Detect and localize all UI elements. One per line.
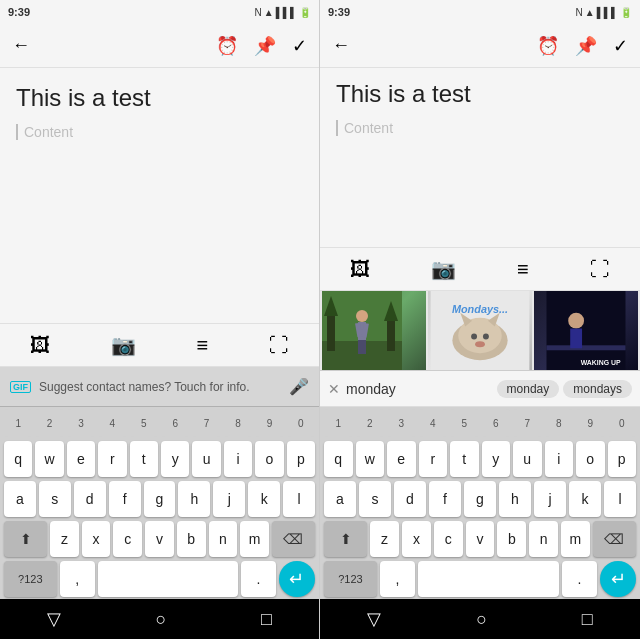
key-q-left[interactable]: q	[4, 441, 32, 477]
key-3-left[interactable]: 3	[67, 409, 95, 437]
key-m-left[interactable]: m	[240, 521, 269, 557]
key-t-left[interactable]: t	[130, 441, 158, 477]
key-d-right[interactable]: d	[394, 481, 426, 517]
mic-icon-left[interactable]: 🎤	[289, 377, 309, 396]
key-m-right[interactable]: m	[561, 521, 590, 557]
key-x-left[interactable]: x	[82, 521, 111, 557]
check-icon-left[interactable]: ✓	[292, 35, 307, 57]
key-j-left[interactable]: j	[213, 481, 245, 517]
key-o-right[interactable]: o	[576, 441, 605, 477]
nav-back-right[interactable]: ▽	[367, 608, 381, 630]
key-enter-left[interactable]: ↵	[279, 561, 315, 597]
key-1-right[interactable]: 1	[324, 409, 353, 437]
key-t-right[interactable]: t	[450, 441, 479, 477]
key-q-right[interactable]: q	[324, 441, 353, 477]
key-v-right[interactable]: v	[466, 521, 495, 557]
key-comma-left[interactable]: ,	[60, 561, 95, 597]
gif-thumb-3[interactable]: WAKING UP	[534, 291, 638, 370]
key-v-left[interactable]: v	[145, 521, 174, 557]
key-0-right[interactable]: 0	[608, 409, 637, 437]
key-period-left[interactable]: .	[241, 561, 276, 597]
gif-thumb-2[interactable]: Mondays...	[428, 291, 532, 370]
nav-recents-right[interactable]: □	[582, 609, 593, 630]
note-title-right[interactable]: This is a test	[336, 80, 624, 108]
key-y-right[interactable]: y	[482, 441, 511, 477]
key-delete-left[interactable]: ⌫	[272, 521, 315, 557]
key-6-left[interactable]: 6	[161, 409, 189, 437]
key-r-right[interactable]: r	[419, 441, 448, 477]
key-1-left[interactable]: 1	[4, 409, 32, 437]
search-clear-icon[interactable]: ✕	[328, 381, 340, 397]
key-i-right[interactable]: i	[545, 441, 574, 477]
key-b-right[interactable]: b	[497, 521, 526, 557]
key-123-right[interactable]: ?123	[324, 561, 377, 597]
note-content-right[interactable]: Content	[336, 120, 624, 136]
key-x-right[interactable]: x	[402, 521, 431, 557]
suggestion-mondays[interactable]: mondays	[563, 380, 632, 398]
image-icon-left[interactable]: 🖼	[30, 334, 50, 357]
key-w-right[interactable]: w	[356, 441, 385, 477]
key-a-right[interactable]: a	[324, 481, 356, 517]
key-8-left[interactable]: 8	[224, 409, 252, 437]
key-5-right[interactable]: 5	[450, 409, 479, 437]
key-9-left[interactable]: 9	[255, 409, 283, 437]
list-icon-left[interactable]: ≡	[196, 334, 208, 357]
key-8-right[interactable]: 8	[545, 409, 574, 437]
key-shift-left[interactable]: ⬆	[4, 521, 47, 557]
search-input-text[interactable]: monday	[346, 381, 491, 397]
alarm-icon-left[interactable]: ⏰	[216, 35, 238, 57]
image-icon-right[interactable]: 🖼	[350, 258, 370, 281]
key-p-left[interactable]: p	[287, 441, 315, 477]
key-z-left[interactable]: z	[50, 521, 79, 557]
search-bar-right[interactable]: ✕ monday monday mondays	[320, 371, 640, 407]
back-button-left[interactable]: ←	[12, 35, 30, 56]
key-7-right[interactable]: 7	[513, 409, 542, 437]
key-3-right[interactable]: 3	[387, 409, 416, 437]
key-y-left[interactable]: y	[161, 441, 189, 477]
key-123-left[interactable]: ?123	[4, 561, 57, 597]
alarm-icon-right[interactable]: ⏰	[537, 35, 559, 57]
key-shift-right[interactable]: ⬆	[324, 521, 367, 557]
key-s-left[interactable]: s	[39, 481, 71, 517]
key-period-right[interactable]: .	[562, 561, 597, 597]
crop-icon-right[interactable]: ⛶	[590, 258, 610, 281]
back-button-right[interactable]: ←	[332, 35, 350, 56]
key-f-left[interactable]: f	[109, 481, 141, 517]
key-enter-right[interactable]: ↵	[600, 561, 636, 597]
key-s-right[interactable]: s	[359, 481, 391, 517]
key-h-right[interactable]: h	[499, 481, 531, 517]
key-z-right[interactable]: z	[370, 521, 399, 557]
pin-icon-right[interactable]: 📌	[575, 35, 597, 57]
key-n-left[interactable]: n	[209, 521, 238, 557]
key-e-right[interactable]: e	[387, 441, 416, 477]
key-c-left[interactable]: c	[113, 521, 142, 557]
key-6-right[interactable]: 6	[482, 409, 511, 437]
key-i-left[interactable]: i	[224, 441, 252, 477]
suggestion-monday[interactable]: monday	[497, 380, 560, 398]
key-r-left[interactable]: r	[98, 441, 126, 477]
key-c-right[interactable]: c	[434, 521, 463, 557]
gif-thumb-1[interactable]	[322, 291, 426, 370]
nav-back-left[interactable]: ▽	[47, 608, 61, 630]
key-n-right[interactable]: n	[529, 521, 558, 557]
key-o-left[interactable]: o	[255, 441, 283, 477]
key-4-left[interactable]: 4	[98, 409, 126, 437]
key-l-left[interactable]: l	[283, 481, 315, 517]
key-comma-right[interactable]: ,	[380, 561, 415, 597]
key-2-left[interactable]: 2	[35, 409, 63, 437]
key-p-right[interactable]: p	[608, 441, 637, 477]
key-space-left[interactable]	[98, 561, 238, 597]
key-9-right[interactable]: 9	[576, 409, 605, 437]
key-space-right[interactable]	[418, 561, 559, 597]
key-4-right[interactable]: 4	[419, 409, 448, 437]
key-a-left[interactable]: a	[4, 481, 36, 517]
key-g-left[interactable]: g	[144, 481, 176, 517]
note-title-left[interactable]: This is a test	[16, 84, 303, 112]
key-b-left[interactable]: b	[177, 521, 206, 557]
crop-icon-left[interactable]: ⛶	[269, 334, 289, 357]
key-7-left[interactable]: 7	[192, 409, 220, 437]
key-j-right[interactable]: j	[534, 481, 566, 517]
key-f-right[interactable]: f	[429, 481, 461, 517]
key-g-right[interactable]: g	[464, 481, 496, 517]
key-l-right[interactable]: l	[604, 481, 636, 517]
